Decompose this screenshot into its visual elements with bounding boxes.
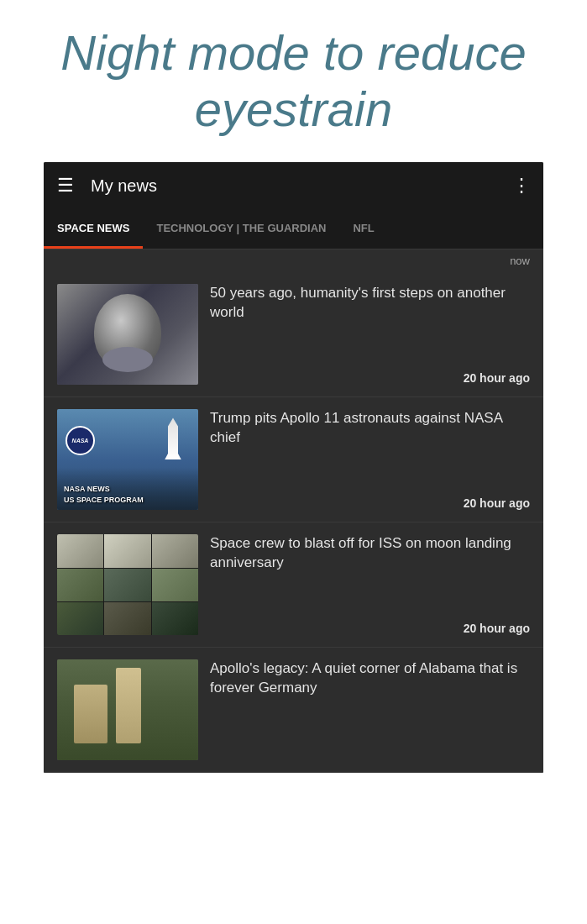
news-item-2[interactable]: NASA NASA NEWS US SPACE PROGRAM Trump pi… bbox=[44, 397, 543, 522]
nasa-logo: NASA bbox=[66, 426, 95, 455]
crew-image bbox=[57, 534, 198, 635]
news-headline-4: Apollo's legacy: A quiet corner of Alaba… bbox=[210, 659, 530, 753]
news-item-4[interactable]: Apollo's legacy: A quiet corner of Alaba… bbox=[44, 648, 543, 773]
news-item-3[interactable]: Space crew to blast off for ISS on moon … bbox=[44, 522, 543, 648]
top-bar: ☰ My news ⋮ bbox=[44, 162, 543, 209]
nasa-image: NASA NASA NEWS US SPACE PROGRAM bbox=[57, 409, 198, 510]
more-icon[interactable]: ⋮ bbox=[512, 175, 530, 197]
tab-space-news[interactable]: SPACE NEWS bbox=[44, 209, 143, 249]
top-bar-left: ☰ My news bbox=[57, 176, 157, 196]
tab-nfl[interactable]: NFL bbox=[339, 209, 387, 249]
astronaut-image bbox=[57, 284, 198, 385]
tab-technology[interactable]: TECHNOLOGY | THE GUARDIAN bbox=[143, 209, 339, 249]
news-thumbnail-1 bbox=[57, 284, 198, 385]
rocket-shape bbox=[165, 417, 181, 459]
app-title: My news bbox=[91, 176, 157, 196]
timestamp-bar: now bbox=[44, 249, 543, 272]
news-content-1: 50 years ago, humanity's first steps on … bbox=[210, 284, 530, 385]
nasa-label-box: NASA NEWS US SPACE PROGRAM bbox=[57, 479, 198, 510]
news-content-4: Apollo's legacy: A quiet corner of Alaba… bbox=[210, 659, 530, 760]
news-headline-2: Trump pits Apollo 11 astronauts against … bbox=[210, 409, 530, 490]
news-item-1[interactable]: 50 years ago, humanity's first steps on … bbox=[44, 272, 543, 397]
tab-bar: SPACE NEWS TECHNOLOGY | THE GUARDIAN NFL bbox=[44, 209, 543, 249]
news-content-3: Space crew to blast off for ISS on moon … bbox=[210, 534, 530, 635]
news-headline-1: 50 years ago, humanity's first steps on … bbox=[210, 284, 530, 365]
news-time-3: 20 hour ago bbox=[210, 622, 530, 635]
nasa-label-text-1: NASA NEWS bbox=[64, 484, 191, 495]
news-headline-3: Space crew to blast off for ISS on moon … bbox=[210, 534, 530, 615]
news-content-2: Trump pits Apollo 11 astronauts against … bbox=[210, 409, 530, 510]
news-time-1: 20 hour ago bbox=[210, 371, 530, 385]
apollo-image bbox=[57, 659, 198, 760]
news-time-2: 20 hour ago bbox=[210, 496, 530, 510]
timestamp-label: now bbox=[510, 255, 530, 267]
nasa-label-text-2: US SPACE PROGRAM bbox=[64, 495, 191, 506]
news-thumbnail-4 bbox=[57, 659, 198, 760]
news-list: now 50 years ago, humanity's first steps… bbox=[44, 249, 543, 773]
news-thumbnail-3 bbox=[57, 534, 198, 635]
news-thumbnail-2: NASA NASA NEWS US SPACE PROGRAM bbox=[57, 409, 198, 510]
hamburger-icon[interactable]: ☰ bbox=[57, 176, 74, 195]
promo-header: Night mode to reduce eyestrain bbox=[0, 0, 587, 162]
promo-title: Night mode to reduce eyestrain bbox=[17, 25, 570, 137]
app-container: ☰ My news ⋮ SPACE NEWS TECHNOLOGY | THE … bbox=[44, 162, 543, 773]
